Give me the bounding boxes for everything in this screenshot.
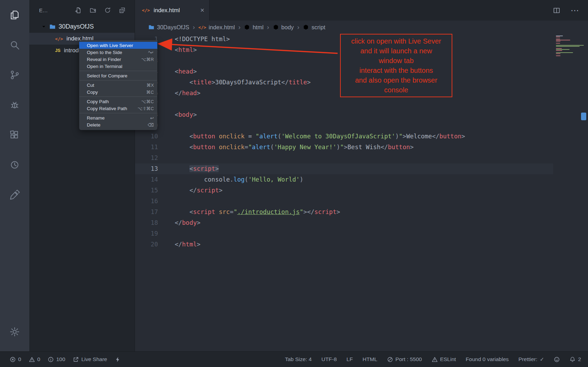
breadcrumb-html[interactable]: html xyxy=(244,24,263,31)
line-number: 17 xyxy=(135,207,158,217)
menu-item-delete[interactable]: Delete⌫ xyxy=(79,121,157,128)
code-line-9[interactable]: 9 xyxy=(135,120,588,131)
tab-index-html[interactable]: </> index.html × xyxy=(135,0,210,21)
split-editor-icon[interactable] xyxy=(553,7,560,14)
collapse-all-icon[interactable] xyxy=(119,7,126,14)
breadcrumb-index-html[interactable]: </>index.html xyxy=(198,24,235,31)
source-control-icon[interactable] xyxy=(9,69,20,81)
code-line-18[interactable]: 18</body> xyxy=(135,217,588,228)
settings-gear-icon[interactable] xyxy=(9,326,20,337)
tab-label: index.html xyxy=(154,7,180,14)
breadcrumb-separator-icon: › xyxy=(238,24,240,31)
status-html[interactable]: HTML xyxy=(363,356,377,362)
folder-icon xyxy=(148,24,154,30)
status-bar-right: Tab Size: 4UTF-8LFHTMLPort : 5500ESLintF… xyxy=(285,356,581,362)
code-line-2[interactable]: 2<html> xyxy=(135,45,588,55)
minimap[interactable] xyxy=(553,34,588,351)
code-line-19[interactable]: 19 xyxy=(135,228,588,239)
status-0[interactable]: 0 xyxy=(10,356,21,362)
status-utf-8[interactable]: UTF-8 xyxy=(322,356,337,362)
status-found-0-variables[interactable]: Found 0 variables xyxy=(466,356,508,362)
status-bar: 00100Live Share Tab Size: 4UTF-8LFHTMLPo… xyxy=(0,351,588,367)
menu-item-open-in-terminal[interactable]: Open in Terminal xyxy=(79,63,157,70)
code-line-4[interactable]: 4<head> xyxy=(135,66,588,77)
code-line-14[interactable]: 14 console.log('Hello, World') xyxy=(135,174,588,185)
status-lf[interactable]: LF xyxy=(347,356,353,362)
menu-separator xyxy=(80,71,157,71)
line-number: 10 xyxy=(135,131,158,142)
code-line-13[interactable]: 13 <script> xyxy=(135,163,588,174)
code-line-20[interactable]: 20</html> xyxy=(135,239,588,250)
status-0[interactable]: 0 xyxy=(29,356,40,362)
menu-separator xyxy=(80,97,157,97)
status-tab-size-4[interactable]: Tab Size: 4 xyxy=(285,356,312,362)
activity-bar-bottom xyxy=(9,326,20,348)
html-file-icon: </> xyxy=(198,25,206,30)
code-line-12[interactable]: 12 xyxy=(135,153,588,163)
history-icon[interactable] xyxy=(9,159,20,170)
symbol-cube-icon xyxy=(273,24,279,30)
explorer-icon[interactable] xyxy=(9,9,20,21)
activity-bar xyxy=(0,0,29,351)
root-folder-row[interactable]: 30DaysOfJS xyxy=(29,20,135,33)
menu-item-copy-path[interactable]: Copy Path⌥⌘C xyxy=(79,98,157,105)
menu-item-copy[interactable]: Copy⌘C xyxy=(79,89,157,95)
menu-item-cut[interactable]: Cut⌘X xyxy=(79,82,157,89)
menu-item-open-with-live-server[interactable]: Open with Live Server xyxy=(79,42,157,49)
symbol-cube-icon xyxy=(303,24,309,30)
share-icon xyxy=(73,357,79,362)
code-line-16[interactable]: 16 xyxy=(135,196,588,207)
close-tab-icon[interactable]: × xyxy=(200,6,204,14)
code-lines: 1<!DOCTYPE html>2<html>34<head>5 <title>… xyxy=(135,34,588,250)
code-line-5[interactable]: 5 <title>30DaysOfJavaScript</title> xyxy=(135,77,588,88)
menu-item-select-for-compare[interactable]: Select for Compare xyxy=(79,72,157,79)
status-bolt[interactable] xyxy=(115,357,121,362)
status-100[interactable]: 100 xyxy=(48,356,65,362)
breadcrumb-30daysofjs[interactable]: 30DaysOfJS xyxy=(148,24,189,31)
extensions-icon[interactable] xyxy=(9,129,20,140)
new-folder-icon[interactable] xyxy=(90,7,96,14)
code-line-10[interactable]: 10 <button onclick = "alert('Welcome to … xyxy=(135,131,588,142)
code-line-15[interactable]: 15 </script> xyxy=(135,185,588,196)
line-number: 18 xyxy=(135,217,158,228)
context-menu: Open with Live ServerOpen to the Side^↵R… xyxy=(79,40,157,130)
code-line-6[interactable]: 6</head> xyxy=(135,88,588,99)
refresh-icon[interactable] xyxy=(104,7,111,14)
menu-item-open-to-the-side[interactable]: Open to the Side^↵ xyxy=(79,49,157,56)
status-prettier[interactable]: Prettier:✓ xyxy=(519,356,544,362)
folder-icon xyxy=(49,23,56,30)
activity-bar-top xyxy=(9,9,20,200)
menu-item-copy-relative-path[interactable]: Copy Relative Path⌥⇧⌘C xyxy=(79,105,157,112)
status-eslint[interactable]: ESLint xyxy=(432,356,456,362)
code-editor[interactable]: 1<!DOCTYPE html>2<html>34<head>5 <title>… xyxy=(135,34,588,351)
search-icon[interactable] xyxy=(9,39,20,51)
debug-icon[interactable] xyxy=(9,99,20,110)
status-port-5500[interactable]: Port : 5500 xyxy=(387,356,422,362)
smiley-icon xyxy=(554,357,560,362)
breadcrumb-script[interactable]: script xyxy=(303,24,325,31)
code-line-11[interactable]: 11 <button onclick="alert('Happy New Yea… xyxy=(135,142,588,153)
status-2[interactable]: 2 xyxy=(570,356,581,362)
tab-bar: </> index.html × ⋯ xyxy=(135,0,588,21)
new-file-icon[interactable] xyxy=(75,7,82,14)
breadcrumb-separator-icon: › xyxy=(297,24,299,31)
menu-item-rename[interactable]: Rename↩ xyxy=(79,114,157,121)
breadcrumb-separator-icon: › xyxy=(193,24,195,31)
breadcrumbs: 30DaysOfJS›</>index.html›html›body›scrip… xyxy=(135,21,588,34)
breadcrumb-body[interactable]: body xyxy=(273,24,294,31)
code-line-8[interactable]: 8<body> xyxy=(135,109,588,120)
status-smiley[interactable] xyxy=(554,357,560,362)
code-line-17[interactable]: 17 <script src="./introduction.js"></scr… xyxy=(135,207,588,217)
code-line-3[interactable]: 3 xyxy=(135,55,588,66)
more-actions-icon[interactable]: ⋯ xyxy=(571,6,579,15)
menu-item-reveal-in-finder[interactable]: Reveal in Finder⌥⌘R xyxy=(79,56,157,63)
status-live-share[interactable]: Live Share xyxy=(73,356,107,362)
menu-separator xyxy=(80,113,157,113)
html-file-icon: </> xyxy=(142,8,150,13)
bell-icon xyxy=(570,357,575,362)
code-line-1[interactable]: 1<!DOCTYPE html> xyxy=(135,34,588,45)
explorer-header: E… xyxy=(29,0,135,20)
code-line-7[interactable]: 7 xyxy=(135,99,588,109)
live-share-pen-icon[interactable] xyxy=(9,189,20,200)
line-number: 12 xyxy=(135,153,158,163)
